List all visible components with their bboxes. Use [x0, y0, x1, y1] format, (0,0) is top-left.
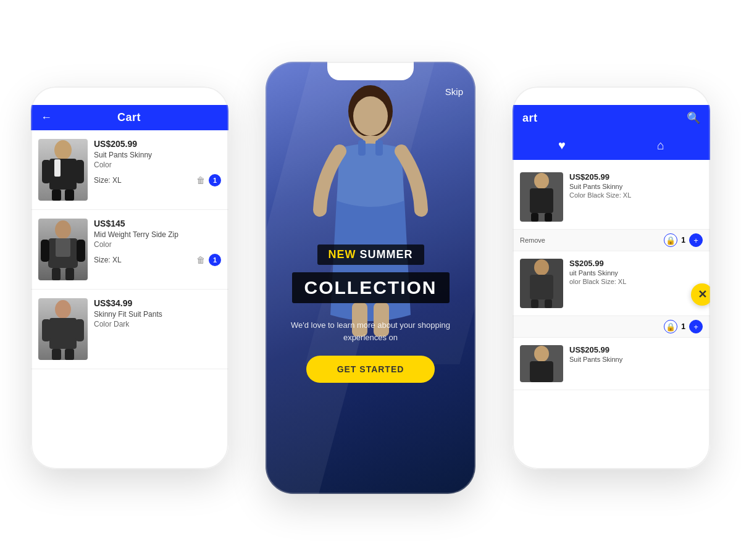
skip-button[interactable]: Skip — [445, 86, 463, 97]
qty-num-1: 1 — [681, 236, 685, 244]
cart-item-img-2 — [38, 219, 88, 280]
right-item-img-3 — [520, 345, 563, 382]
cart-item-1: US$205.99 Suit Pants Skinny Color Size: … — [31, 130, 228, 210]
svg-rect-31 — [545, 213, 552, 222]
svg-rect-12 — [41, 240, 49, 262]
item3-color: Color Dark — [94, 320, 221, 328]
phone-left-notch — [90, 86, 170, 104]
phone-right: art 🔍 ♥ ⌂ — [513, 86, 710, 469]
back-arrow-icon[interactable]: ← — [41, 111, 52, 124]
collection-text-area: NEW SUMMER COLLECTION We'd love to learn… — [266, 244, 475, 383]
svg-rect-29 — [530, 188, 553, 213]
item1-size-row: Size: XL 🗑 1 — [94, 174, 221, 186]
right-meta-1: Color Black Size: XL — [569, 191, 703, 199]
right-item-group-2: S$205.99 uit Pants Skinny olor Black Siz… — [513, 251, 710, 338]
svg-point-36 — [534, 346, 549, 362]
svg-rect-13 — [77, 240, 85, 262]
qty-increase-1[interactable]: + — [689, 233, 703, 247]
phone-left: ← Cart US$20 — [31, 86, 228, 469]
trash-icon-2[interactable]: 🗑 — [196, 255, 205, 265]
search-icon[interactable]: 🔍 — [687, 111, 700, 125]
svg-rect-3 — [65, 190, 74, 201]
right-cart-item-2: S$205.99 uit Pants Skinny olor Black Siz… — [513, 251, 710, 316]
new-summer-badge: NEW SUMMER — [317, 244, 424, 265]
right-item-group-3: US$205.99 Suit Pants Skinny — [513, 338, 710, 390]
right-header: art 🔍 — [513, 105, 710, 131]
svg-rect-16 — [52, 349, 61, 360]
svg-rect-1 — [49, 159, 77, 190]
collection-subtitle: We'd love to learn more about your shopp… — [278, 319, 463, 343]
phone-center: Skip — [266, 62, 475, 494]
qty-decrease-1[interactable]: 🔒 — [664, 233, 677, 247]
cart-title: Cart — [117, 111, 141, 124]
item3-name: Skinny Fit Suit Pants — [94, 310, 221, 319]
svg-point-7 — [55, 220, 71, 239]
svg-point-0 — [54, 140, 72, 160]
svg-rect-15 — [49, 318, 77, 349]
right-price-2: S$205.99 — [569, 259, 703, 268]
svg-point-14 — [55, 300, 71, 319]
qty-badge-2: 1 — [209, 254, 221, 266]
item1-actions: 🗑 1 — [196, 174, 221, 186]
trash-icon-1[interactable]: 🗑 — [196, 175, 205, 185]
right-meta-2: olor Black Size: XL — [569, 278, 703, 285]
summer-label: SUMMER — [360, 248, 413, 261]
right-item-info-2: S$205.99 uit Pants Skinny olor Black Siz… — [569, 259, 703, 285]
delete-popup[interactable]: ✕ — [691, 283, 710, 306]
collection-screen: Skip — [266, 62, 475, 494]
collection-title: COLLECTION — [304, 277, 437, 298]
svg-rect-5 — [75, 160, 84, 183]
qty-increase-2[interactable]: + — [689, 320, 703, 333]
qty-num-2: 1 — [681, 322, 685, 331]
item1-size: Size: XL — [94, 176, 122, 185]
right-cart-content[interactable]: US$205.99 Suit Pants Skinny Color Black … — [513, 160, 710, 469]
tab-home[interactable]: ⌂ — [645, 136, 677, 155]
get-started-button[interactable]: GET STARTED — [306, 356, 435, 383]
svg-point-32 — [534, 259, 549, 275]
item3-price: US$34.99 — [94, 298, 221, 308]
item1-name: Suit Pants Skinny — [94, 151, 221, 159]
svg-rect-24 — [358, 140, 366, 156]
svg-rect-9 — [56, 238, 70, 257]
item2-size: Size: XL — [94, 256, 122, 264]
svg-rect-33 — [530, 275, 553, 299]
qty-controls-1: 🔒 1 + — [664, 233, 703, 247]
item2-name: Mid Weight Terry Side Zip — [94, 230, 221, 239]
svg-rect-17 — [65, 349, 74, 360]
svg-rect-25 — [375, 140, 383, 156]
phone-right-notch — [571, 86, 651, 104]
cart-item-img-3 — [38, 298, 88, 360]
svg-rect-35 — [545, 299, 552, 308]
collection-title-box: COLLECTION — [292, 272, 450, 303]
person-figure-1 — [38, 139, 88, 201]
cart-content-left[interactable]: US$205.99 Suit Pants Skinny Color Size: … — [31, 130, 228, 458]
right-item-img-1 — [520, 172, 563, 222]
right-name-3: Suit Pants Skinny — [569, 356, 703, 363]
item1-color: Color — [94, 161, 221, 169]
item2-size-row: Size: XL 🗑 1 — [94, 254, 221, 266]
cart-item-2: US$145 Mid Weight Terry Side Zip Color S… — [31, 210, 228, 290]
qty-controls-2: 🔒 1 + — [664, 320, 703, 333]
cart-item-img-1 — [38, 139, 88, 201]
right-person-1 — [520, 172, 563, 222]
right-item-info-1: US$205.99 Suit Pants Skinny Color Black … — [569, 172, 703, 199]
item1-price: US$205.99 — [94, 139, 221, 149]
qty-decrease-2[interactable]: 🔒 — [664, 320, 677, 333]
svg-rect-18 — [42, 319, 51, 341]
svg-rect-4 — [42, 160, 51, 183]
right-actions-1: Remove 🔒 1 + — [513, 230, 710, 251]
svg-rect-10 — [52, 268, 61, 280]
main-scene: ← Cart US$20 — [0, 0, 741, 560]
tab-favorites[interactable]: ♥ — [546, 136, 578, 155]
svg-rect-2 — [52, 190, 61, 201]
remove-btn-1[interactable]: Remove — [520, 236, 545, 244]
right-cart-item-3: US$205.99 Suit Pants Skinny — [513, 338, 710, 390]
right-cart-item-1: US$205.99 Suit Pants Skinny Color Black … — [513, 165, 710, 230]
item2-actions: 🗑 1 — [196, 254, 221, 266]
right-item-img-2 — [520, 259, 563, 308]
svg-rect-6 — [54, 159, 61, 177]
cart-item-info-1: US$205.99 Suit Pants Skinny Color Size: … — [94, 139, 221, 186]
right-actions-2: 🔒 1 + — [513, 316, 710, 338]
right-price-1: US$205.99 — [569, 172, 703, 182]
item2-color: Color — [94, 240, 221, 249]
